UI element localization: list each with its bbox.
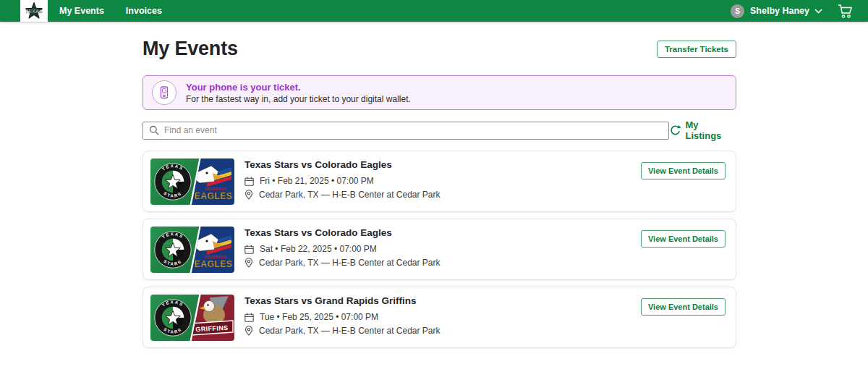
page-header: My Events Transfer Tickets [142, 38, 736, 60]
my-listings-label: My Listings [685, 119, 736, 141]
transfer-tickets-button[interactable]: Transfer Tickets [657, 41, 736, 58]
nav-my-events[interactable]: My Events [59, 6, 104, 16]
search-icon [149, 125, 159, 135]
phone-icon [152, 80, 176, 105]
top-navigation: TEXAS My Events Invoices S Shelby Haney [0, 0, 868, 22]
event-venue: Cedar Park, TX — H-E-B Center at Cedar P… [259, 190, 441, 200]
event-info: Texas Stars vs Colorado Eagles Fri • Feb… [244, 158, 641, 200]
event-card: TEXAS STARS COLOR [142, 219, 736, 280]
chevron-down-icon[interactable] [814, 9, 822, 14]
event-datetime: Tue • Feb 25, 2025 • 07:00 PM [260, 312, 378, 322]
event-thumbnail: TEXAS STARS COLOR [150, 227, 234, 273]
event-datetime-row: Tue • Feb 25, 2025 • 07:00 PM [244, 312, 641, 322]
svg-text:EAGLES: EAGLES [195, 259, 232, 269]
page-title: My Events [142, 38, 238, 60]
event-card: TEXAS STARS COLOR [142, 151, 736, 212]
event-title: Texas Stars vs Colorado Eagles [244, 159, 641, 170]
banner-title: Your phone is your ticket. [186, 82, 411, 93]
location-pin-icon [244, 258, 253, 268]
event-venue: Cedar Park, TX — H-E-B Center at Cedar P… [259, 326, 441, 336]
search-box [142, 122, 669, 140]
calendar-icon [244, 177, 254, 186]
event-thumbnail: TEXAS STARS COLOR [150, 158, 234, 205]
calendar-icon [244, 245, 254, 254]
event-venue-row: Cedar Park, TX — H-E-B Center at Cedar P… [244, 190, 641, 200]
search-row: My Listings [142, 119, 736, 141]
event-venue: Cedar Park, TX — H-E-B Center at Cedar P… [259, 258, 441, 268]
calendar-icon [244, 313, 254, 322]
avatar[interactable]: S [731, 4, 744, 18]
location-pin-icon [244, 190, 253, 200]
event-info: Texas Stars vs Colorado Eagles Sat • Feb… [244, 227, 641, 268]
view-event-details-button[interactable]: View Event Details [641, 298, 726, 316]
phone-ticket-banner: Your phone is your ticket. For the faste… [142, 75, 736, 110]
event-datetime-row: Sat • Feb 22, 2025 • 07:00 PM [244, 244, 641, 254]
user-name[interactable]: Shelby Haney [750, 6, 809, 16]
event-datetime-row: Fri • Feb 21, 2025 • 07:00 PM [244, 176, 641, 186]
event-card: TEXAS STARS GRIFF [142, 287, 736, 348]
event-thumbnail: TEXAS STARS GRIFF [150, 295, 234, 341]
event-datetime: Fri • Feb 21, 2025 • 07:00 PM [260, 176, 374, 186]
my-listings-link[interactable]: My Listings [669, 119, 736, 141]
banner-subtitle: For the fastest way in, add your ticket … [186, 94, 411, 104]
event-datetime: Sat • Feb 22, 2025 • 07:00 PM [260, 244, 377, 254]
team-logo[interactable]: TEXAS [20, 0, 48, 22]
view-event-details-button[interactable]: View Event Details [641, 230, 726, 248]
event-title: Texas Stars vs Grand Rapids Griffins [244, 295, 641, 306]
nav-user-area: S Shelby Haney [731, 4, 868, 19]
nav-links: My Events Invoices [59, 6, 162, 16]
banner-text: Your phone is your ticket. For the faste… [186, 82, 411, 104]
location-pin-icon [244, 326, 253, 336]
event-info: Texas Stars vs Grand Rapids Griffins Tue… [244, 295, 641, 336]
svg-text:EAGLES: EAGLES [195, 191, 232, 201]
logo-text: TEXAS [25, 9, 43, 14]
event-venue-row: Cedar Park, TX — H-E-B Center at Cedar P… [244, 326, 641, 336]
resale-cycle-icon [669, 124, 681, 137]
event-title: Texas Stars vs Colorado Eagles [244, 227, 641, 238]
event-venue-row: Cedar Park, TX — H-E-B Center at Cedar P… [244, 258, 641, 268]
search-input[interactable] [164, 125, 663, 135]
cart-icon[interactable] [837, 4, 854, 19]
texas-stars-wordmark-icon: TEXAS [22, 1, 46, 21]
nav-invoices[interactable]: Invoices [126, 6, 162, 16]
view-event-details-button[interactable]: View Event Details [641, 162, 726, 179]
events-list: TEXAS STARS COLOR [142, 151, 736, 348]
main-content: My Events Transfer Tickets Your phone is… [142, 38, 736, 348]
